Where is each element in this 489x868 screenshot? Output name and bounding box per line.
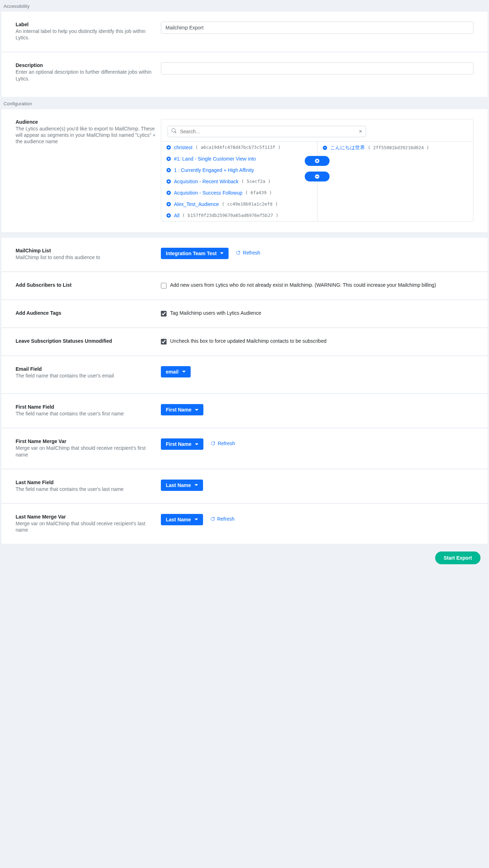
last-name-field-help: The field name that contains the user's …	[16, 486, 157, 492]
audience-available-list: christest ( a6ca19d4fc478d47bcb73c5f113f…	[161, 142, 317, 221]
chevron-down-icon	[195, 484, 198, 486]
audience-search-input[interactable]	[180, 129, 355, 134]
last-name-field-value: Last Name	[166, 482, 191, 488]
chevron-down-icon	[182, 371, 186, 373]
leave-status-check[interactable]: Uncheck this box to force updated Mailch…	[161, 338, 473, 345]
audience-item-hash: ( 2ff55081bd39216d024 )	[368, 145, 429, 150]
audience-transfer-controls	[305, 156, 330, 181]
audience-item-name: christest	[174, 145, 192, 150]
description-row: Description Enter an optional descriptio…	[1, 52, 488, 96]
remove-audience-button[interactable]	[305, 172, 330, 181]
email-field-select[interactable]: email	[161, 366, 191, 377]
last-name-field-select[interactable]: Last Name	[161, 480, 203, 491]
chevron-down-icon	[220, 252, 224, 254]
search-icon	[172, 128, 176, 134]
add-tags-check[interactable]: Tag Mailchimp users with Lytics Audience	[161, 310, 473, 317]
first-name-merge-select[interactable]: First Name	[161, 438, 203, 450]
leave-status-text: Uncheck this box to force updated Mailch…	[170, 338, 326, 344]
footer: Start Export	[0, 544, 489, 573]
add-subscribers-text: Add new users from Lytics who do not alr…	[170, 282, 436, 288]
audience-available-item[interactable]: All ( b157f0f23db259670a65ad6976ef5b27 )	[161, 210, 317, 221]
first-name-field-row: First Name Field The field name that con…	[1, 394, 488, 427]
first-name-merge-help: Merge var on MailChimp that should recei…	[16, 445, 157, 458]
first-name-merge-value: First Name	[166, 441, 191, 447]
audience-available-item[interactable]: christest ( a6ca19d4fc478d47bcb73c5f113f…	[161, 142, 317, 153]
last-name-merge-value: Last Name	[166, 517, 191, 522]
add-tags-checkbox[interactable]	[161, 311, 167, 317]
audience-help: The Lytics audience(s) you'd like to exp…	[16, 125, 157, 145]
first-name-field-value: First Name	[166, 407, 191, 413]
leave-status-title: Leave Subscription Statuses Unmodified	[16, 338, 157, 344]
add-audience-button[interactable]	[305, 156, 330, 166]
first-name-merge-title: First Name Merge Var	[16, 438, 157, 444]
label-title: Label	[16, 22, 157, 27]
add-tags-row: Add Audience Tags Tag Mailchimp users wi…	[1, 300, 488, 327]
description-help: Enter an optional description to further…	[16, 69, 157, 82]
audience-available-item[interactable]: Alex_Test_Audience ( cc49e18b01a1c2efd )	[161, 198, 317, 210]
mailchimp-list-title: MailChimp List	[16, 248, 157, 253]
audience-item-hash: ( a6ca19d4fc478d47bcb73c5f113f )	[195, 145, 281, 150]
leave-status-checkbox[interactable]	[161, 339, 167, 345]
last-name-merge-title: Last Name Merge Var	[16, 514, 157, 520]
leave-status-row: Leave Subscription Statuses Unmodified U…	[1, 328, 488, 355]
section-header-accessibility: Accessibility	[0, 0, 489, 12]
audience-item-name: #1: Land - Single Customer View into	[174, 156, 256, 162]
add-tags-title: Add Audience Tags	[16, 310, 157, 316]
audience-search[interactable]: ×	[168, 126, 366, 137]
audience-item-name: Alex_Test_Audience	[174, 201, 219, 207]
audience-available-item[interactable]: Acquisition - Success Followup ( 6fa439 …	[161, 187, 317, 198]
label-help: An internal label to help you distinctly…	[16, 28, 157, 41]
audience-item-name: Acquisition - Recent Winback	[174, 179, 238, 184]
refresh-icon	[210, 441, 215, 446]
audience-available-item[interactable]: Acquisition - Recent Winback ( 5cecf2a )	[161, 176, 317, 187]
audience-item-name: All	[174, 213, 180, 218]
mailchimp-list-help: MailChimp list to send this audience to	[16, 254, 157, 261]
audience-item-name: Acquisition - Success Followup	[174, 190, 242, 196]
add-tags-text: Tag Mailchimp users with Lytics Audience	[170, 310, 261, 316]
chevron-down-icon	[195, 409, 198, 411]
chevron-down-icon	[195, 443, 198, 445]
description-input[interactable]	[161, 62, 473, 74]
audience-item-name: 1 : Currently Engaged + High Affinity	[174, 167, 254, 173]
mailchimp-list-refresh[interactable]: Refresh	[236, 250, 260, 256]
audience-row: Audience The Lytics audience(s) you'd li…	[1, 109, 488, 232]
first-name-field-select[interactable]: First Name	[161, 404, 203, 415]
last-name-merge-help: Merge var on MailChimp that should recei…	[16, 520, 157, 533]
label-input[interactable]	[161, 22, 473, 34]
refresh-icon	[210, 516, 215, 521]
audience-available-item[interactable]: 1 : Currently Engaged + High Affinity	[161, 164, 317, 176]
audience-item-hash: ( 5cecf2a )	[241, 179, 271, 184]
first-name-field-help: The field name that contains the user's …	[16, 410, 157, 417]
last-name-merge-refresh[interactable]: Refresh	[210, 516, 235, 522]
mailchimp-list-select[interactable]: Integration Team Test	[161, 248, 229, 259]
first-name-merge-row: First Name Merge Var Merge var on MailCh…	[1, 428, 488, 468]
audience-selected-item[interactable]: こんにちは世界 ( 2ff55081bd39216d024 )	[317, 142, 473, 154]
audience-item-hash: ( b157f0f23db259670a65ad6976ef5b27 )	[182, 213, 279, 218]
audience-available-item[interactable]: #1: Land - Single Customer View into	[161, 153, 317, 164]
first-name-merge-refresh[interactable]: Refresh	[210, 441, 235, 446]
audience-item-hash: ( 6fa439 )	[245, 190, 272, 195]
clear-search-icon[interactable]: ×	[359, 128, 362, 135]
add-subscribers-checkbox[interactable]	[161, 283, 167, 289]
add-subscribers-title: Add Subscribers to List	[16, 282, 157, 288]
audience-title: Audience	[16, 119, 157, 125]
mailchimp-list-value: Integration Team Test	[166, 251, 217, 256]
description-title: Description	[16, 62, 157, 68]
last-name-merge-row: Last Name Merge Var Merge var on MailChi…	[1, 504, 488, 544]
last-name-merge-select[interactable]: Last Name	[161, 514, 203, 525]
label-row: Label An internal label to help you dist…	[1, 12, 488, 51]
audience-selected-list: こんにちは世界 ( 2ff55081bd39216d024 )	[317, 142, 473, 221]
mailchimp-list-row: MailChimp List MailChimp list to send th…	[1, 238, 488, 271]
refresh-icon	[236, 250, 241, 255]
audience-item-name: こんにちは世界	[330, 145, 365, 151]
start-export-button[interactable]: Start Export	[435, 551, 480, 564]
chevron-down-icon	[195, 519, 198, 520]
email-field-row: Email Field The field name that contains…	[1, 356, 488, 393]
email-field-help: The field name that contains the user's …	[16, 373, 157, 379]
add-subscribers-check[interactable]: Add new users from Lytics who do not alr…	[161, 282, 473, 289]
email-field-title: Email Field	[16, 366, 157, 372]
first-name-field-title: First Name Field	[16, 404, 157, 410]
audience-item-hash: ( cc49e18b01a1c2efd )	[222, 201, 278, 207]
last-name-field-title: Last Name Field	[16, 480, 157, 485]
last-name-field-row: Last Name Field The field name that cont…	[1, 469, 488, 503]
